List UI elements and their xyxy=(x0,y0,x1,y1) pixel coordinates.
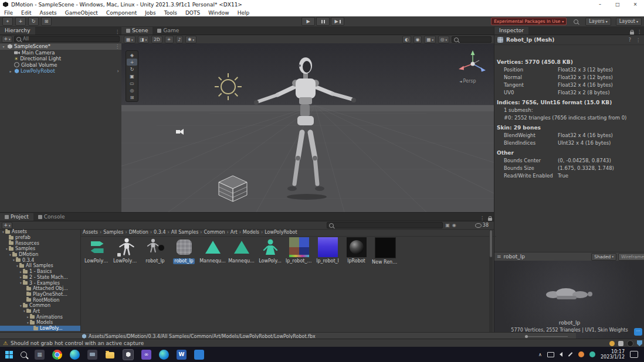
move-tool-icon[interactable]: + xyxy=(127,59,137,66)
tree-item[interactable]: PlayOneShot... xyxy=(0,292,80,298)
start-button[interactable] xyxy=(5,351,13,358)
debug-mode-dropdown[interactable]: ◨▾ xyxy=(138,36,150,43)
preview-canvas[interactable]: robot_lp 5770 Vertices, 2552 Triangles |… xyxy=(494,261,644,339)
tree-item-lowpolyrobot[interactable]: LowPoly... xyxy=(0,326,80,332)
taskbar-clock[interactable]: 10:17 2023/1/12 xyxy=(601,349,625,360)
tray-expand-icon[interactable]: ∧ xyxy=(538,352,542,357)
inspector-menu-icon[interactable]: ⋮ xyxy=(635,29,643,35)
draw-mode-dropdown[interactable]: ▦▾ xyxy=(124,36,135,43)
breadcrumb-item[interactable]: Art xyxy=(231,230,238,235)
status-warning-text[interactable]: Should not grab hot control with an acti… xyxy=(11,340,144,346)
asset-item[interactable]: LowPolyRo... xyxy=(84,237,111,265)
display-tray-icon[interactable] xyxy=(547,352,554,357)
grid-settings-dropdown[interactable]: ▦▾ xyxy=(424,36,436,43)
scrollbar[interactable] xyxy=(489,229,493,332)
orientation-gizmo[interactable] xyxy=(456,49,490,78)
custom-tool-icon[interactable]: ⊞ xyxy=(127,94,137,101)
scene-search-input[interactable] xyxy=(452,36,492,43)
pan-tool-icon[interactable]: ⌖ xyxy=(2,17,13,26)
speaker-tray-icon[interactable] xyxy=(560,352,562,357)
rotate-tool-icon[interactable]: ↻ xyxy=(127,66,137,73)
create-button[interactable]: +▾ xyxy=(2,36,12,43)
asset-item[interactable]: Mannequ... xyxy=(228,237,255,265)
tray-status-icon[interactable] xyxy=(609,341,615,346)
search-by-label-icon[interactable]: ◉ xyxy=(452,223,456,228)
monitor-app-icon[interactable] xyxy=(87,350,97,360)
breadcrumb-item[interactable]: All Samples xyxy=(171,230,199,235)
grid-snap-icon[interactable]: ⊞ xyxy=(41,17,52,26)
breadcrumb-item[interactable]: LowPolyRobot xyxy=(265,230,297,235)
pause-button[interactable] xyxy=(316,17,330,26)
notifications-icon[interactable]: ⋯ xyxy=(634,328,642,336)
app-dark-icon[interactable]: ▦ xyxy=(35,350,45,360)
tree-item[interactable]: ▸Animations xyxy=(0,314,80,320)
hierarchy-search-input[interactable]: All xyxy=(14,36,120,42)
tree-item[interactable]: ▾All Samples xyxy=(0,263,80,269)
menu-item-component[interactable]: Component xyxy=(102,10,141,16)
menu-item-help[interactable]: Help xyxy=(233,10,254,16)
visual-studio-icon[interactable]: ∞ xyxy=(141,350,151,360)
scene-lighting-toggle[interactable]: ☀ xyxy=(165,36,174,43)
hierarchy-row-lowpolyrobot[interactable]: ▸ LowPolyRobot › xyxy=(0,68,121,74)
tray-app-icon[interactable] xyxy=(589,351,595,357)
effects-dropdown[interactable]: ✱▾ xyxy=(185,36,196,43)
tray-app-icon[interactable] xyxy=(578,351,584,357)
tree-item[interactable]: ▾Art xyxy=(0,309,80,315)
tree-item[interactable]: ▾Common xyxy=(0,303,80,309)
blue-app-icon[interactable] xyxy=(194,350,204,360)
asset-item[interactable]: lp_robot_l xyxy=(314,237,341,265)
asset-item[interactable]: Mannequ... xyxy=(199,237,226,265)
menu-item-tools[interactable]: Tools xyxy=(160,10,181,16)
tree-item[interactable]: prefab xyxy=(0,235,80,241)
minimize-button[interactable]: – xyxy=(591,0,609,9)
tree-item[interactable]: ▾Models xyxy=(0,320,80,326)
scene-canvas[interactable]: ◈ + ↻ ▣ ▭ ◎ ⊞ ◄ Persp xyxy=(121,43,494,212)
asset-item[interactable]: LowPolyRo... xyxy=(113,237,140,265)
scene-visibility-icon[interactable]: ◉ xyxy=(413,36,422,43)
play-button[interactable]: ▶ xyxy=(301,17,315,26)
file-explorer-icon[interactable] xyxy=(105,350,115,360)
rotate-tool-icon[interactable]: ↻ xyxy=(28,17,39,26)
persp-label[interactable]: ◄ Persp xyxy=(459,78,476,84)
asset-item[interactable]: LowPoly... xyxy=(257,237,283,265)
shaded-dropdown[interactable]: Shaded▾ xyxy=(591,253,616,261)
pen-tray-icon[interactable] xyxy=(568,352,573,357)
tray-status-icon[interactable] xyxy=(627,340,633,347)
tree-item[interactable]: ▾DMotion xyxy=(0,252,80,258)
view-tool-icon[interactable]: ◈ xyxy=(127,52,137,59)
tab-scene[interactable]: Scene xyxy=(121,27,152,35)
tab-hierarchy[interactable]: Hierarchy xyxy=(0,27,35,35)
preview-header[interactable]: ≡ robot_lp Shaded▾ Wireframe xyxy=(494,252,644,261)
edge-round-icon[interactable] xyxy=(70,350,80,360)
project-menu-icon[interactable]: ⋮ xyxy=(478,216,486,221)
create-asset-button[interactable]: +▾ xyxy=(2,222,12,229)
layout-dropdown[interactable]: Layout▾ xyxy=(616,18,642,26)
layers-dropdown[interactable]: Layers▾ xyxy=(585,18,611,26)
close-button[interactable]: × xyxy=(626,0,644,9)
tree-item[interactable]: ▾0.3.4 xyxy=(0,257,80,263)
tray-shield-icon[interactable] xyxy=(637,340,642,346)
rect-tool-icon[interactable]: ▭ xyxy=(127,80,137,87)
scale-tool-icon[interactable]: ▣ xyxy=(127,73,137,80)
hierarchy-row-main-camera[interactable]: Main Camera xyxy=(0,50,121,56)
asset-item[interactable]: New Rend... xyxy=(372,237,398,265)
tree-item[interactable]: ▾3 - Examples xyxy=(0,280,80,286)
step-button[interactable]: ▶ xyxy=(331,17,344,26)
tray-status-icon[interactable] xyxy=(618,341,623,346)
scene-audio-toggle[interactable]: ♪ xyxy=(176,36,184,43)
menu-item-assets[interactable]: Assets xyxy=(36,10,61,16)
experimental-packages-badge[interactable]: Experimental Packages In Use▾ xyxy=(491,18,567,25)
asset-item[interactable]: lpRobot xyxy=(343,237,370,265)
maximize-button[interactable]: □ xyxy=(609,0,626,9)
edge-icon[interactable] xyxy=(159,350,169,360)
tree-item[interactable]: ▾Samples xyxy=(0,246,80,252)
move-tool-icon[interactable]: + xyxy=(15,17,26,26)
search-icon[interactable] xyxy=(574,19,578,24)
inspector-context-icon[interactable]: ⋮ xyxy=(634,37,642,43)
menu-item-file[interactable]: File xyxy=(0,10,17,16)
breadcrumb-item[interactable]: Assets xyxy=(83,230,98,235)
drag-handle-icon[interactable]: ≡ xyxy=(497,254,501,259)
tree-item[interactable]: Resources xyxy=(0,240,80,246)
tree-item[interactable]: ▸2 - State Mach... xyxy=(0,275,80,281)
hidden-count[interactable]: 38 xyxy=(475,223,492,228)
